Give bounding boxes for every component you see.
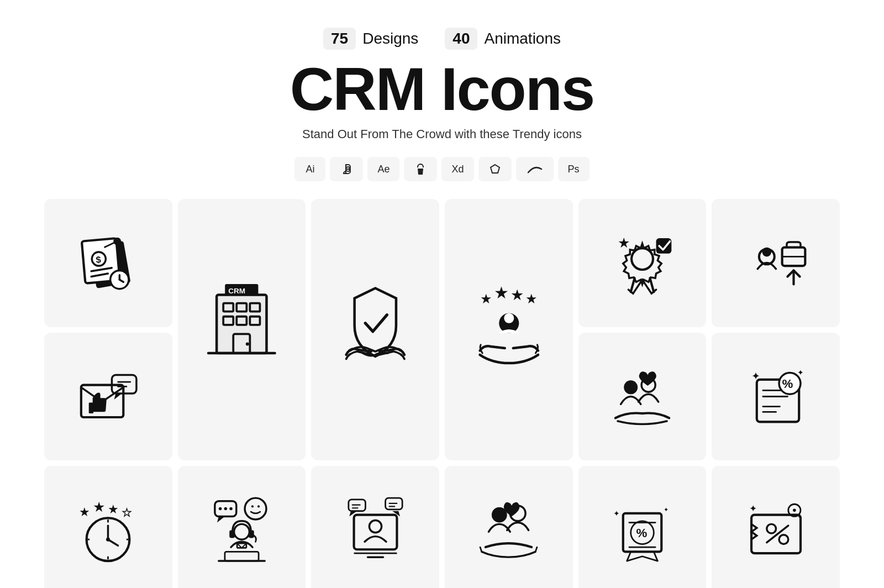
svg-text:✦: ✦ xyxy=(797,368,804,377)
icon-cell-video-communication xyxy=(311,466,439,588)
svg-text:✦: ✦ xyxy=(749,503,757,514)
icon-cell-loyalty xyxy=(445,466,573,588)
svg-point-109 xyxy=(793,508,796,512)
icon-cell-crm-building: CRM xyxy=(178,199,306,460)
svg-text:★: ★ xyxy=(93,499,105,514)
icon-cell-care-support xyxy=(578,333,707,461)
formats-row: Ai Ae Xd Ps xyxy=(294,157,589,181)
subtitle: Stand Out From The Crowd with these Tren… xyxy=(302,127,582,141)
svg-line-35 xyxy=(631,279,635,292)
format-sketch xyxy=(478,157,512,181)
svg-point-73 xyxy=(229,507,233,510)
svg-point-38 xyxy=(762,248,771,257)
svg-rect-78 xyxy=(229,530,235,538)
page: 75 Designs 40 Animations CRM Icons Stand… xyxy=(0,0,884,588)
svg-text:★: ★ xyxy=(618,235,630,250)
svg-point-77 xyxy=(234,524,250,539)
svg-point-84 xyxy=(369,520,381,532)
svg-point-71 xyxy=(219,507,222,510)
svg-line-36 xyxy=(650,279,654,292)
animations-count: 40 xyxy=(445,28,477,50)
svg-line-95 xyxy=(480,547,482,552)
svg-point-72 xyxy=(224,507,228,510)
icon-cell-partnership xyxy=(311,199,439,460)
icon-cell-customer-satisfaction: ★ ★ ★ ★ xyxy=(445,199,573,460)
svg-text:✦: ✦ xyxy=(664,506,669,513)
svg-rect-43 xyxy=(89,403,93,413)
designs-label: Designs xyxy=(362,30,418,48)
svg-point-11 xyxy=(114,238,122,245)
svg-point-61 xyxy=(106,537,110,541)
svg-text:✦: ✦ xyxy=(797,513,802,519)
format-xd: Xd xyxy=(441,157,473,181)
svg-point-106 xyxy=(779,535,788,544)
svg-text:%: % xyxy=(636,526,647,540)
svg-text:★: ★ xyxy=(480,291,492,306)
svg-text:CRM: CRM xyxy=(228,286,245,295)
format-ae: Ae xyxy=(367,157,399,181)
icon-cell-career-growth xyxy=(712,199,840,327)
svg-rect-81 xyxy=(225,552,259,561)
svg-point-31 xyxy=(504,313,514,323)
icon-cell-rating-clock: ★ ★ ★ ★ xyxy=(44,466,172,588)
svg-rect-79 xyxy=(249,530,254,538)
svg-point-24 xyxy=(246,342,249,345)
svg-text:★: ★ xyxy=(79,505,90,519)
stats-row: 75 Designs 40 Animations xyxy=(323,28,561,50)
icon-cell-settings-achievement: ★ xyxy=(578,199,707,327)
icon-cell-invoice: $ xyxy=(44,199,172,327)
svg-text:★: ★ xyxy=(108,502,119,516)
icon-cell-support-headset xyxy=(178,466,306,588)
main-title: CRM Icons xyxy=(290,59,594,119)
icon-cell-discount: ✦ ✦ xyxy=(712,466,840,588)
animations-label: Animations xyxy=(484,30,561,48)
svg-text:★: ★ xyxy=(122,506,131,518)
format-lottie xyxy=(404,157,437,181)
designs-count: 75 xyxy=(323,28,356,50)
format-curve xyxy=(516,157,554,181)
svg-text:✦: ✦ xyxy=(613,509,620,518)
icon-cell-promotion: % ✦ ✦ xyxy=(712,333,840,461)
svg-line-96 xyxy=(535,547,537,552)
icons-grid: $ CRM xyxy=(44,199,840,588)
svg-text:★: ★ xyxy=(494,283,509,301)
format-ps: Ps xyxy=(558,157,590,181)
svg-point-47 xyxy=(624,380,638,394)
svg-point-76 xyxy=(257,505,260,507)
icon-cell-partnership-deal: ✦ ✦ % xyxy=(578,466,707,588)
icon-cell-feedback-email xyxy=(44,333,172,461)
svg-point-74 xyxy=(245,498,266,519)
svg-point-75 xyxy=(251,505,254,507)
svg-point-105 xyxy=(766,524,776,533)
format-figma xyxy=(330,157,363,181)
svg-text:✦: ✦ xyxy=(751,370,760,382)
svg-marker-1 xyxy=(491,165,499,173)
svg-text:%: % xyxy=(782,377,793,391)
svg-text:★: ★ xyxy=(511,286,524,303)
format-ai: Ai xyxy=(294,157,325,181)
svg-text:★: ★ xyxy=(525,291,538,306)
